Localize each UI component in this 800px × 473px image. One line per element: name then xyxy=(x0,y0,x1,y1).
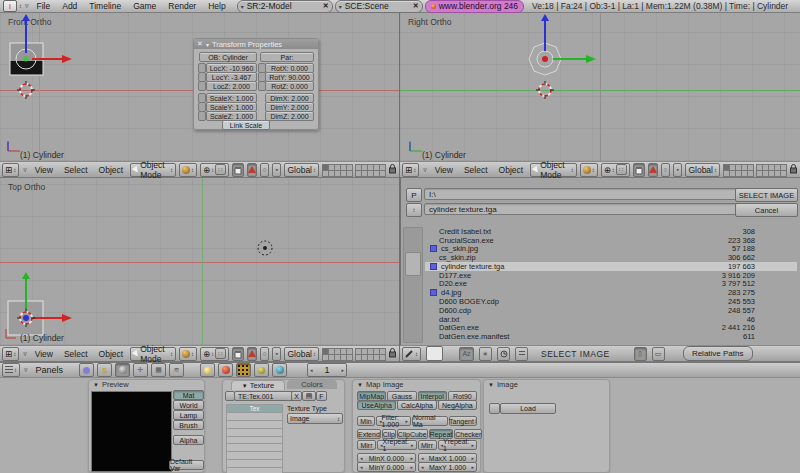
scene-selector[interactable]: ▾ SCE:Scene ✕ xyxy=(335,0,423,13)
loc-z-lock-icon[interactable] xyxy=(198,81,206,91)
scrollbar-handle[interactable] xyxy=(405,252,421,276)
miny-field[interactable]: ◂MinY 0.000▸ xyxy=(357,462,416,472)
menu-select[interactable]: Select xyxy=(60,349,92,359)
preview-lamp-button[interactable]: Lamp xyxy=(173,410,204,420)
layer-buttons[interactable] xyxy=(355,164,385,176)
script-context-icon[interactable]: S xyxy=(97,363,112,377)
preview-brush-button[interactable]: Brush xyxy=(173,420,204,430)
lock-icon[interactable] xyxy=(388,347,397,360)
world-subcontext-icon[interactable] xyxy=(272,363,287,377)
panel-close-icon[interactable]: ✕ xyxy=(197,40,203,48)
file-row[interactable]: cs_skin.zip306 662 xyxy=(425,253,797,262)
translate-manipulator-icon[interactable] xyxy=(648,163,658,177)
menu-view[interactable]: View xyxy=(431,165,457,175)
menu-render[interactable]: Render xyxy=(163,1,201,11)
scale-manipulator-icon[interactable]: ▪ xyxy=(272,347,281,361)
editor-type-dropdown[interactable]: ⊞↕ xyxy=(2,347,19,361)
texture-slot[interactable] xyxy=(226,444,283,452)
sort-time-icon[interactable] xyxy=(497,347,510,361)
mode-dropdown[interactable]: Object Mode↕ xyxy=(130,347,176,361)
file-row[interactable]: d4.jpg283 275 xyxy=(425,288,797,297)
pivot-dropdown[interactable]: ⊕↕∷ xyxy=(200,163,229,177)
file-row[interactable]: CrucialScan.exe223 368 xyxy=(425,236,797,245)
menu-file[interactable]: File xyxy=(32,1,56,11)
layer-buttons[interactable] xyxy=(756,164,786,176)
pivot-align-icon[interactable]: ∷ xyxy=(616,164,627,175)
ob-name-field[interactable]: OB: Cylinder xyxy=(199,52,257,62)
menu-object[interactable]: Object xyxy=(95,349,128,359)
file-row[interactable]: D20.exe3 797 512 xyxy=(425,280,797,289)
draw-type-dropdown[interactable]: ↕ xyxy=(179,347,197,361)
scale-z-lock-icon[interactable] xyxy=(198,111,206,121)
menu-select[interactable]: Select xyxy=(460,165,492,175)
auto-name-car-icon[interactable]: ▤ xyxy=(302,391,316,401)
texture-name-field[interactable]: TE:Tex.001 xyxy=(234,391,294,401)
texture-slot[interactable] xyxy=(226,437,283,445)
texture-slot-active[interactable]: Tex xyxy=(226,404,283,413)
yrepeat-field[interactable]: ◂Yrepeat: 1▸ xyxy=(438,440,478,450)
draw-type-dropdown[interactable]: ↕ xyxy=(179,163,197,177)
screen-selector[interactable]: ▾ SR:2-Model ✕ xyxy=(237,0,333,13)
select-image-button[interactable]: SELECT IMAGE xyxy=(735,188,798,202)
viewport-right[interactable]: Right Ortho (1) Cylinder xyxy=(400,13,800,161)
tab-colors[interactable]: Colors xyxy=(287,380,337,389)
layer-buttons[interactable] xyxy=(355,348,385,360)
panel-collapse-icon[interactable]: ▼ xyxy=(488,382,494,388)
header-collapse-icon[interactable]: ▿ xyxy=(24,366,28,374)
scene-close-icon[interactable]: ✕ xyxy=(413,2,419,10)
menu-select[interactable]: Select xyxy=(60,165,92,175)
editor-type-dropdown[interactable]: ↕ xyxy=(2,363,20,377)
texture-slot[interactable] xyxy=(226,421,283,429)
file-row[interactable]: D600 BOGEY.cdp245 553 xyxy=(425,297,797,306)
file-row[interactable]: D177.exe3 916 209 xyxy=(425,271,797,280)
show-details-toggle-icon[interactable]: ▯ xyxy=(634,347,647,361)
menu-view[interactable]: View xyxy=(31,349,57,359)
rot-z-field[interactable]: RotZ: 0.000 xyxy=(265,81,314,91)
scale-manipulator-icon[interactable]: ▪ xyxy=(272,163,281,177)
menu-object[interactable]: Object xyxy=(495,165,528,175)
pivot-align-icon[interactable]: ∷ xyxy=(215,164,226,175)
layer-buttons[interactable] xyxy=(322,348,352,360)
filename-dropdown-icon[interactable]: ↕ xyxy=(406,203,422,217)
file-row[interactable]: cs_skin.jpg57 188 xyxy=(425,245,797,254)
scene-context-icon[interactable]: ≋ xyxy=(169,363,184,377)
mirr-x-toggle[interactable]: Mirr xyxy=(357,440,376,450)
manipulator-hand-icon[interactable] xyxy=(232,163,244,177)
sort-extension-icon[interactable]: ∗ xyxy=(479,347,492,361)
material-subcontext-icon[interactable] xyxy=(218,363,233,377)
layer-buttons[interactable] xyxy=(322,164,352,176)
transform-properties-panel[interactable]: ✕ ▾ Transform Properties OB: Cylinder Pa… xyxy=(193,38,319,130)
rotate-manipulator-icon[interactable]: ○ xyxy=(260,347,269,361)
dim-z-field[interactable]: DimZ: 2.000 xyxy=(265,111,314,121)
menu-game[interactable]: Game xyxy=(128,1,161,11)
negalpha-toggle[interactable]: NegAlpha xyxy=(438,400,477,410)
preview-panel-header[interactable]: ▼Preview xyxy=(89,380,204,389)
fake-user-button[interactable]: F xyxy=(316,391,327,401)
screen-dropdown-icon[interactable]: ▾ xyxy=(241,3,244,10)
map-image-panel-header[interactable]: ▼Map Image xyxy=(353,380,480,389)
pivot-dropdown[interactable]: ⊕↕∷ xyxy=(601,163,630,177)
delete-texture-button[interactable]: X xyxy=(291,391,302,401)
rotate-manipulator-icon[interactable]: ○ xyxy=(661,163,670,177)
translate-manipulator-icon[interactable] xyxy=(247,347,257,361)
version-banner[interactable]: www.blender.org 246 xyxy=(425,0,524,13)
screen-close-icon[interactable]: ✕ xyxy=(323,2,329,10)
preview-alpha-button[interactable]: Alpha xyxy=(173,435,204,445)
link-scale-button[interactable]: Link Scale xyxy=(222,120,270,130)
calcalpha-toggle[interactable]: CalcAlpha xyxy=(397,400,436,410)
file-row[interactable]: DatGen.exe2 441 216 xyxy=(425,323,797,332)
texture-slot[interactable] xyxy=(226,429,283,437)
min-toggle[interactable]: Min xyxy=(357,416,375,426)
logic-context-icon[interactable] xyxy=(79,363,94,377)
draw-type-dropdown[interactable]: ↕ xyxy=(580,163,598,177)
file-row[interactable]: Credit Isabel.txt308 xyxy=(425,227,797,236)
path-field[interactable]: I:\ xyxy=(424,188,740,200)
orientation-dropdown[interactable]: Global↕ xyxy=(284,347,319,361)
loc-z-field[interactable]: LocZ: 2.000 xyxy=(206,81,257,91)
file-row[interactable]: D600.cdp248 557 xyxy=(425,306,797,315)
rotate-manipulator-icon[interactable]: ○ xyxy=(260,163,269,177)
manipulator-hand-icon[interactable] xyxy=(633,163,645,177)
layer-buttons[interactable] xyxy=(723,164,753,176)
radiosity-subcontext-icon[interactable] xyxy=(254,363,269,377)
sort-alpha-button[interactable]: Az xyxy=(459,347,474,361)
